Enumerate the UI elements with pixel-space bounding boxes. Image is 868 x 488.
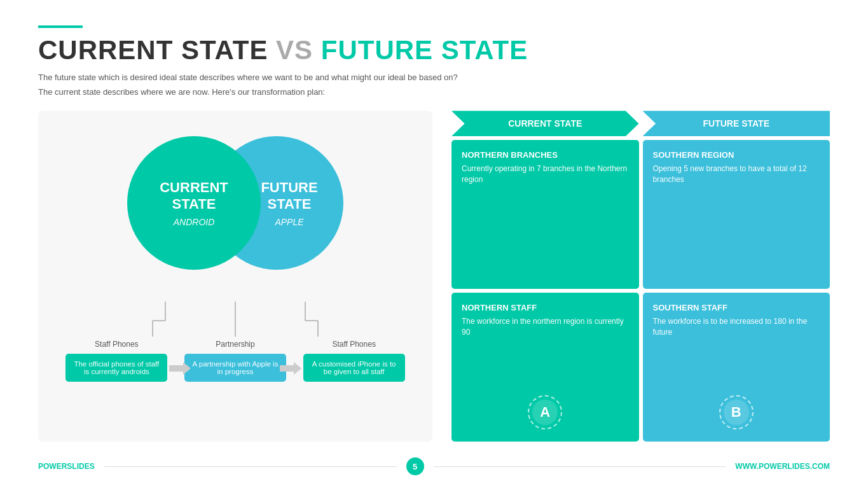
title-current: CURRENT STATE <box>38 35 268 65</box>
footer: POWERSLIDES 5 WWW.POWERLIDES.COM <box>38 457 830 475</box>
header-future-state: FUTURE STATE <box>643 111 830 136</box>
venn-diagram: CURRENTSTATE ANDROID FUTURESTATE APPLE <box>108 130 362 289</box>
right-grid: NORTHERN BRANCHES Currently operating in… <box>451 140 830 442</box>
header-current-state: CURRENT STATE <box>451 111 639 136</box>
cell1-title: NORTHERN BRANCHES <box>462 150 629 160</box>
cell3-text: The workforce in the northern region is … <box>462 316 629 338</box>
title-future: FUTURE STATE <box>321 35 528 65</box>
branch-labels: Staff Phones The official phones of staf… <box>51 340 420 382</box>
right-header: CURRENT STATE FUTURE STATE <box>451 111 830 136</box>
arrows-row <box>38 362 432 375</box>
arrow-1 <box>169 362 191 375</box>
main-title: CURRENT STATE VS FUTURE STATE <box>38 36 830 65</box>
badge-b: B <box>717 393 755 431</box>
cell-northern-branches: NORTHERN BRANCHES Currently operating in… <box>451 140 639 289</box>
cell2-text: Opening 5 new branches to have a total o… <box>653 164 820 185</box>
footer-page-number: 5 <box>406 457 424 475</box>
footer-brand: POWERSLIDES <box>38 462 95 471</box>
accent-line <box>38 25 83 28</box>
cell4-title: SOUTHERN STAFF <box>653 303 820 312</box>
branch-col-3: Staff Phones A customised iPhone is to b… <box>301 340 406 382</box>
branch-col-2: Partnership A partnership with Apple is … <box>183 340 287 382</box>
cell3-title: NORTHERN STAFF <box>462 303 629 312</box>
subtitle-1: The future state which is desired ideal … <box>38 71 830 84</box>
svg-marker-9 <box>169 362 191 375</box>
cell4-text: The workforce is to be increased to 180 … <box>653 316 820 338</box>
branch-label-2: Partnership <box>216 340 254 349</box>
badge-letter-a: A <box>540 404 550 421</box>
cell-southern-staff: SOUTHERN STAFF The workforce is to be in… <box>643 293 830 442</box>
badge-letter-b: B <box>731 404 741 421</box>
title-vs: VS <box>276 35 321 65</box>
cell1-text: Currently operating in 7 branches in the… <box>462 164 629 185</box>
circle-current-bg <box>127 136 261 270</box>
badge-container-b: B <box>653 387 820 431</box>
subtitle-2: The current state describes where we are… <box>38 86 830 99</box>
left-panel: CURRENTSTATE ANDROID FUTURESTATE APPLE <box>38 111 432 442</box>
footer-line-right <box>434 466 726 467</box>
cell2-title: SOUTHERN REGION <box>653 150 820 160</box>
content-area: CURRENTSTATE ANDROID FUTURESTATE APPLE <box>38 111 830 442</box>
badge-a: A <box>526 393 564 431</box>
arrow-2 <box>280 362 301 375</box>
footer-line-left <box>104 466 397 467</box>
slide: CURRENT STATE VS FUTURE STATE The future… <box>0 0 868 488</box>
cell-northern-staff: NORTHERN STAFF The workforce in the nort… <box>451 293 639 442</box>
connector-lines <box>95 302 375 340</box>
branch-col-1: Staff Phones The official phones of staf… <box>64 340 169 382</box>
footer-url: WWW.POWERLIDES.COM <box>735 462 830 471</box>
branch-label-1: Staff Phones <box>95 340 139 349</box>
cell-southern-region: SOUTHERN REGION Opening 5 new branches t… <box>643 140 830 289</box>
svg-marker-10 <box>280 362 301 375</box>
branch-label-3: Staff Phones <box>332 340 376 349</box>
badge-container-a: A <box>462 387 629 431</box>
right-panel: CURRENT STATE FUTURE STATE NORTHERN BRAN… <box>451 111 830 442</box>
